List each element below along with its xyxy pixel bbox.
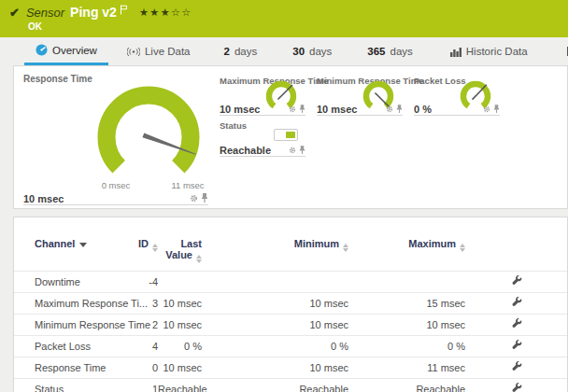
tab-label: Historic Data [466,46,528,57]
gear-icon[interactable] [483,105,490,113]
gauge-value: 10 msec [317,104,357,115]
pin-icon[interactable] [299,105,305,113]
sensor-topbar: ✔ Sensor Ping v2 ★★★☆☆ OK [0,0,568,37]
tab-bar: Overview Live Data 2 days 30 days 365 da… [0,37,568,65]
tab-live-data[interactable]: Live Data [116,37,202,65]
tab-historic-data[interactable]: Historic Data [439,37,539,65]
gear-icon[interactable] [289,105,296,113]
gauge-value-row: Reachable [220,145,305,157]
tab-30-days[interactable]: 30 days [281,37,343,65]
sensor-status-text: OK [28,21,42,32]
table-header-row: Channel ID Last Value Minimum Maximum [14,217,567,272]
gauge-value-row: 10 msec [23,191,208,205]
response-time-gauge-tile: Response Time 0 msec 11 msec 10 msec [23,74,218,204]
tab-label: Live Data [145,46,191,57]
object-type-label: Sensor [26,6,64,20]
channel-last-value [158,272,202,293]
pin-icon[interactable] [396,105,403,113]
max-response-time-tile: Maximum Response Time 10 msec [220,76,309,119]
gear-icon[interactable] [386,105,393,113]
gauge-value: 10 msec [23,193,64,204]
channel-minimum [202,272,348,293]
channel-minimum: 10 msec [202,315,348,336]
channel-minimum: 10 msec [202,357,348,379]
response-time-gauge [92,81,205,193]
channel-id: 1 [134,379,158,392]
gauge-scale-max: 11 msec [163,180,212,190]
wrench-icon[interactable] [511,340,522,353]
pin-icon[interactable] [201,193,208,203]
sort-icon [196,255,202,263]
col-header-last-value[interactable]: Last Value [158,217,202,272]
channel-name: Status [14,379,134,392]
channel-id: -4 [134,272,158,293]
tab-label: Overview [52,45,97,56]
wrench-icon[interactable] [511,361,522,374]
channel-maximum: 10 msec [348,315,465,336]
tab-unit: days [390,46,413,57]
col-header-maximum[interactable]: Maximum [348,217,465,272]
gear-icon[interactable] [289,147,296,154]
pin-icon[interactable] [299,146,305,154]
priority-stars[interactable]: ★★★☆☆ [139,7,192,19]
channel-id: 0 [134,357,158,379]
channel-name: Packet Loss [14,336,134,357]
tab-365-days[interactable]: 365 days [356,37,423,65]
channel-last-value: 10 msec [158,357,202,379]
channels-table: Channel ID Last Value Minimum Maximum [14,217,567,392]
sensor-title-row: ✔ Sensor Ping v2 ★★★☆☆ [9,5,192,20]
col-header-actions [465,217,567,272]
gauge-value-row: 10 msec [220,104,305,116]
tab-overview[interactable]: Overview [24,37,108,65]
wrench-icon[interactable] [511,275,522,288]
overview-gauges-panel: Response Time 0 msec 11 msec 10 msec Ma [13,65,568,209]
channel-name: Downtime [14,272,134,293]
tab-log[interactable]: Log [556,37,568,65]
sensor-title: Ping v2 [70,5,117,20]
col-header-id[interactable]: ID [134,217,158,272]
historic-data-icon [450,47,462,57]
sort-icon [343,244,348,252]
wrench-icon[interactable] [511,297,522,310]
tab-number: 2 [224,46,230,57]
sort-icon [152,244,158,252]
col-header-minimum[interactable]: Minimum [202,217,348,272]
channel-name: Minimum Response Time [14,315,134,336]
min-response-time-tile: Minimum Response Time 10 msec [317,76,406,119]
channel-row-min-response-time: Minimum Response Time 2 10 msec 10 msec … [14,315,567,336]
col-header-channel[interactable]: Channel [14,217,134,272]
wrench-icon[interactable] [511,383,522,392]
channel-name: Response Time [14,357,134,379]
channel-last-value: Reachable [158,379,202,392]
channel-maximum [348,272,465,293]
gauge-value: Reachable [220,145,271,156]
gear-icon[interactable] [190,194,198,203]
gauge-value-row: 10 msec [317,104,403,116]
gauge-value: 10 msec [220,104,260,115]
overview-gauge-icon [36,44,48,56]
tab-2-days[interactable]: 2 days [213,37,269,65]
channel-last-value: 0 % [158,336,202,357]
sort-icon [460,244,465,252]
gauge-value: 0 % [414,104,432,115]
channel-row-status: Status 1 Reachable Reachable Reachable [14,379,567,392]
channels-panel: Channel ID Last Value Minimum Maximum [13,217,568,392]
live-data-icon [127,47,140,57]
pin-icon[interactable] [493,105,500,113]
channel-minimum: 10 msec [202,293,348,315]
status-check-icon: ✔ [9,6,20,20]
tab-unit: days [309,46,332,57]
channel-name: Maximum Response Ti... [14,293,134,315]
channel-minimum: 0 % [202,336,348,357]
wrench-icon[interactable] [511,318,522,331]
channel-row-downtime: Downtime -4 [14,272,567,293]
status-tile: Status Reachable [220,120,309,163]
tab-unit: days [234,46,257,57]
channel-maximum: 0 % [348,336,465,357]
tab-number: 30 [292,46,305,57]
channel-maximum: 15 msec [348,293,465,315]
channel-row-packet-loss: Packet Loss 4 0 % 0 % 0 % [14,336,567,357]
channel-minimum: Reachable [202,379,348,392]
flag-icon [120,5,128,15]
tab-number: 365 [367,46,385,57]
